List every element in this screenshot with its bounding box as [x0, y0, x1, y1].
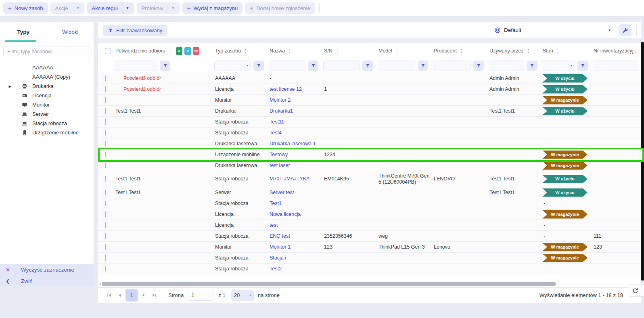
asset-name-link[interactable]: Testowy — [270, 152, 288, 157]
filter-input-uzywany[interactable] — [489, 61, 524, 71]
sidebar-item-aaaaaa-copy-[interactable]: ▶ AAAAAA (Copy) — [0, 72, 94, 82]
column-menu-icon[interactable]: ⋮ — [556, 48, 560, 54]
asset-name-link[interactable]: test — [270, 222, 278, 228]
filter-input-nr[interactable] — [593, 61, 638, 71]
table-row[interactable]: Stacja robocza Test11 - — [98, 117, 641, 128]
collapse-sidebar-button[interactable]: ❮ Zwiń — [0, 275, 94, 287]
filter-input-potwierdzenie[interactable] — [115, 61, 157, 71]
table-row[interactable]: Stacja robocza Test4 - — [98, 128, 641, 138]
pdf-export-icon[interactable]: PDF — [193, 47, 199, 55]
toolbar-button-nowy-zasob[interactable]: + Nowy zasób — [3, 2, 48, 14]
asset-name-link[interactable]: Stacja r — [270, 255, 286, 261]
asset-name-link[interactable]: Test1 — [270, 201, 282, 206]
table-row[interactable]: Monitor Monitor 2 W magazynie — [98, 95, 641, 106]
asset-name-link[interactable]: Test2 — [270, 266, 282, 272]
confirm-receipt-link[interactable]: Potwierdź odbiór — [123, 75, 161, 81]
column-menu-icon[interactable]: ⋮ — [395, 48, 399, 54]
row-checkbox[interactable] — [105, 233, 106, 239]
page-size-select[interactable]: 20 ▾ — [231, 290, 254, 301]
row-checkbox[interactable] — [105, 244, 106, 250]
table-row[interactable]: Potwierdź odbiór Licencja test license 1… — [98, 84, 641, 95]
row-checkbox[interactable] — [105, 152, 106, 157]
sidebar-item-stacja-robocza[interactable]: ▶ Stacja robocza — [0, 119, 94, 128]
toolbar-button-protokoly[interactable]: Protokoły ▼ — [137, 2, 180, 14]
table-row[interactable]: Drukarka laserowa Drukarka laserowa 1 - — [98, 138, 641, 149]
refresh-button[interactable] — [628, 285, 644, 297]
filter-button-stan[interactable] — [577, 61, 588, 71]
table-row[interactable]: Urządzenie mobilne Testowy 1234 W magazy… — [98, 149, 641, 160]
table-row[interactable]: Licencja Nowa licencja W magazynie — [98, 209, 641, 220]
filter-input-producent[interactable] — [433, 61, 471, 71]
row-checkbox[interactable] — [105, 86, 106, 92]
filter-button-producent[interactable] — [473, 61, 484, 71]
row-checkbox[interactable] — [105, 108, 106, 114]
table-row[interactable]: Potwierdź odbiór AAAAAA - Admin Admin W … — [98, 73, 641, 84]
asset-name-link[interactable]: Test4 — [270, 130, 282, 136]
xlsx-export-icon[interactable]: X — [176, 47, 182, 55]
column-menu-icon[interactable]: ⋮ — [335, 48, 340, 54]
toolbar-button-akcje-regul[interactable]: Akcje reguł ▼ — [87, 2, 134, 14]
customize-columns-button[interactable] — [619, 24, 631, 36]
asset-name-link[interactable]: Drukarka laserowa 1 — [270, 141, 316, 146]
filter-button-sn[interactable] — [362, 61, 373, 71]
table-row[interactable]: Test1 Test1 Serwer Server test Test1 Tes… — [98, 187, 641, 198]
sidebar-item-urz-dzenie-mobilne[interactable]: ▶ Urządzenie mobilne — [0, 128, 94, 137]
sidebar-item-drukarka[interactable]: ▶ Drukarka — [0, 82, 94, 91]
table-row[interactable]: Stacja robocza Test2 - — [98, 264, 641, 274]
scroll-left-arrow[interactable]: ◄ — [99, 282, 102, 285]
column-menu-icon[interactable]: ⋮ — [526, 48, 531, 54]
type-filter-input[interactable] — [3, 46, 90, 57]
asset-name-link[interactable]: ENG test — [270, 233, 290, 239]
asset-name-link[interactable]: M70T-JMAJTYKA — [270, 176, 309, 182]
row-checkbox[interactable] — [105, 211, 106, 217]
row-checkbox[interactable] — [105, 266, 106, 272]
asset-name-link[interactable]: Drukarka1 — [270, 108, 293, 114]
expand-arrow-icon[interactable]: ▶ — [7, 84, 13, 88]
toolbar-button-akcje[interactable]: Akcje ▼ — [50, 2, 85, 14]
select-all-checkbox[interactable] — [105, 48, 111, 54]
row-checkbox[interactable] — [105, 163, 106, 168]
row-checkbox[interactable] — [105, 130, 106, 136]
sidebar-item-monitor[interactable]: ▶ Monitor — [0, 100, 94, 109]
asset-name-link[interactable]: Monitor 1 — [270, 244, 291, 250]
filter-select-stan[interactable]: ▾ — [542, 61, 575, 71]
prev-page-button[interactable] — [114, 290, 125, 301]
sidebar-item-serwer[interactable]: ▶ Serwer — [0, 109, 94, 119]
tab-typy[interactable]: Typy — [0, 22, 47, 42]
filter-button-model[interactable] — [418, 61, 428, 71]
toolbar-button-wydaj-z-magazynu[interactable]: + Wydaj z magazynu — [182, 2, 243, 14]
filter-button-nazwa[interactable] — [308, 61, 318, 71]
table-row[interactable]: Stacja robocza Test1 - — [98, 198, 641, 209]
last-page-button[interactable] — [149, 290, 159, 301]
filter-button-uzywany[interactable] — [527, 61, 537, 71]
asset-name-link[interactable]: Monitor 2 — [270, 97, 291, 103]
column-menu-icon[interactable]: ⋮ — [287, 48, 292, 54]
row-checkbox[interactable] — [105, 75, 106, 81]
table-row[interactable]: Stacja robocza Stacja r W magazynie — [98, 253, 641, 264]
scrollbar-handle[interactable] — [102, 282, 556, 286]
table-row[interactable]: Test1 Test1 Drukarka Drukarka1 Test1 Tes… — [98, 106, 641, 117]
asset-name-link[interactable]: Nowa licencja — [270, 211, 301, 217]
row-checkbox[interactable] — [105, 190, 106, 195]
table-row[interactable]: Monitor Monitor 1 123 ThinkPad L15 Gen 3… — [98, 242, 641, 253]
page-input[interactable] — [188, 290, 213, 301]
advanced-filter-button[interactable]: Filtr zaawansowany — [103, 25, 167, 36]
sidebar-item-licencja[interactable]: ▶ Licencja — [0, 91, 94, 100]
clear-selection-button[interactable]: ✕ Wyczyść zaznaczenie — [0, 264, 94, 275]
row-checkbox[interactable] — [105, 255, 106, 261]
column-menu-icon[interactable]: ⋮ — [243, 48, 248, 54]
toolbar-button-dodaj-nowe-zgloszenie[interactable]: + Dodaj nowe zgłoszenie — [245, 2, 315, 14]
filter-select-typ[interactable]: ▾ — [214, 61, 251, 71]
table-row[interactable]: Drukarka laserowa test laser W magazynie — [98, 160, 641, 171]
filter-input-nazwa[interactable] — [269, 61, 305, 71]
view-select[interactable]: Default ▾ — [493, 24, 613, 36]
filter-input-sn[interactable] — [323, 61, 360, 71]
page-number-button[interactable]: 1 — [125, 289, 138, 301]
tab-widoki[interactable]: Widoki — [47, 22, 94, 42]
first-page-button[interactable] — [104, 290, 114, 301]
filter-button-typ[interactable] — [253, 61, 264, 71]
row-checkbox[interactable] — [105, 141, 106, 146]
sidebar-item-aaaaaa[interactable]: ▶ AAAAAA — [0, 63, 94, 72]
column-menu-icon[interactable]: ⋮ — [168, 48, 173, 54]
row-checkbox[interactable] — [105, 119, 106, 125]
